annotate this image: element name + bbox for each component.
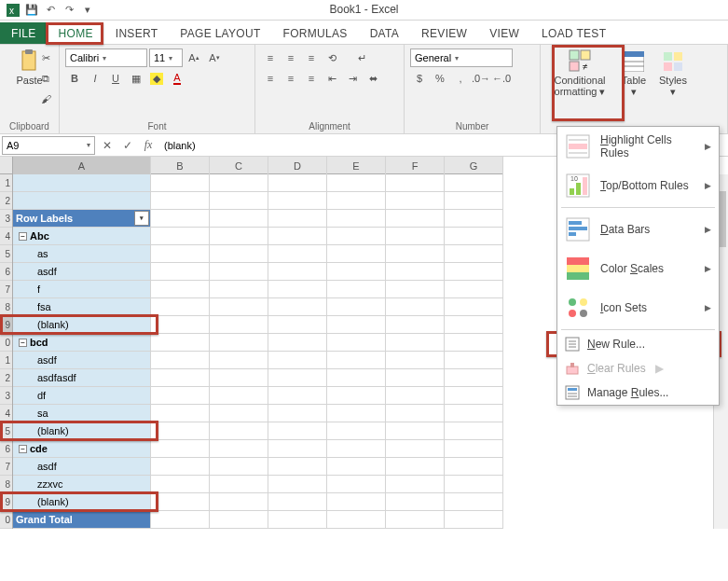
cell[interactable] (445, 298, 503, 316)
cell[interactable]: Grand Total (13, 511, 151, 529)
menu-highlight-cells-rules[interactable]: HHighlight Cells Rulesighlight Cells Rul… (557, 127, 719, 166)
cell[interactable] (268, 334, 327, 352)
cell[interactable] (445, 476, 503, 493)
qat-more-icon[interactable]: ▾ (80, 3, 95, 18)
row-header[interactable]: 4 (0, 228, 12, 245)
name-box[interactable]: A9▾ (2, 136, 95, 155)
collapse-icon[interactable]: − (19, 445, 27, 453)
cell[interactable] (386, 245, 445, 263)
menu-color-scales[interactable]: Color Scales ▶ (557, 249, 719, 288)
cell[interactable] (386, 334, 445, 352)
cell[interactable]: (blank) (13, 493, 151, 511)
cut-icon[interactable]: ✂ (36, 48, 55, 67)
cell[interactable] (268, 440, 327, 458)
cell[interactable] (386, 476, 445, 493)
menu-data-bars[interactable]: Data Bars ▶ (557, 210, 719, 249)
cell[interactable] (386, 458, 445, 476)
cell[interactable] (151, 440, 210, 458)
cell[interactable] (151, 281, 210, 298)
select-all-button[interactable] (0, 157, 13, 174)
align-top-icon[interactable]: ≡ (261, 48, 280, 67)
cell[interactable] (151, 493, 210, 511)
cell[interactable] (327, 210, 386, 228)
row-header[interactable]: 3 (0, 387, 12, 405)
italic-button[interactable]: I (86, 69, 104, 88)
cell[interactable]: sa (13, 405, 151, 422)
cell[interactable] (386, 316, 445, 334)
menu-clear-rules[interactable]: Clear Rules ▶ (557, 356, 719, 380)
cell[interactable]: asdf (13, 352, 151, 369)
menu-new-rule[interactable]: New Rule... (557, 332, 719, 356)
cell-styles-button[interactable]: Styles▾ (654, 48, 692, 116)
tab-load-test[interactable]: LOAD TEST (530, 22, 617, 44)
redo-icon[interactable]: ↷ (62, 3, 76, 18)
bold-button[interactable]: B (65, 69, 84, 88)
cell[interactable] (268, 493, 327, 511)
cell[interactable] (210, 281, 268, 298)
cell[interactable] (327, 352, 386, 369)
row-header[interactable]: 5 (0, 245, 12, 263)
tab-insert[interactable]: INSERT (104, 22, 170, 44)
conditional-formatting-button[interactable]: ≠ Conditional ormatting ▾ (546, 48, 613, 116)
orientation-icon[interactable]: ⟲ (323, 48, 341, 67)
row-header[interactable]: 7 (0, 281, 12, 298)
cell[interactable] (327, 387, 386, 405)
cell[interactable] (386, 352, 445, 369)
cell[interactable] (327, 245, 386, 263)
cell[interactable] (445, 440, 503, 458)
cell[interactable] (210, 493, 268, 511)
cell[interactable] (210, 422, 268, 440)
cell[interactable] (13, 192, 151, 210)
cell[interactable] (445, 352, 503, 369)
menu-icon-sets[interactable]: Icon Sets ▶ (557, 288, 719, 327)
cell[interactable] (327, 458, 386, 476)
row-header[interactable]: 1 (0, 352, 12, 369)
row-header[interactable]: 6 (0, 440, 12, 458)
cell[interactable] (151, 334, 210, 352)
cell[interactable] (386, 440, 445, 458)
row-header[interactable]: 3 (0, 210, 12, 228)
cell[interactable] (445, 405, 503, 422)
tab-view[interactable]: VIEW (478, 22, 530, 44)
cell[interactable] (268, 458, 327, 476)
font-name-combo[interactable]: Calibri▾ (65, 48, 147, 67)
cell[interactable]: f (13, 281, 151, 298)
cell[interactable] (268, 352, 327, 369)
cell[interactable] (445, 511, 503, 529)
cell[interactable] (386, 493, 445, 511)
insert-function-icon[interactable]: fx (138, 135, 158, 156)
cell[interactable] (268, 263, 327, 281)
col-header-F[interactable]: F (386, 157, 445, 174)
cell[interactable] (268, 210, 327, 228)
cell[interactable] (210, 387, 268, 405)
fill-color-button[interactable]: ◆ (147, 69, 166, 88)
row-header[interactable]: 2 (0, 192, 12, 210)
cell[interactable] (386, 210, 445, 228)
cell[interactable] (386, 369, 445, 387)
menu-manage-rules[interactable]: Manage Rules... (557, 380, 719, 405)
tab-formulas[interactable]: FORMULAS (272, 22, 359, 44)
cell[interactable] (210, 298, 268, 316)
cell[interactable] (327, 281, 386, 298)
cell[interactable] (151, 316, 210, 334)
cell[interactable] (210, 228, 268, 245)
cell[interactable] (210, 458, 268, 476)
cell[interactable] (327, 493, 386, 511)
cell[interactable] (210, 174, 268, 192)
cell[interactable] (386, 281, 445, 298)
cell[interactable] (268, 245, 327, 263)
percent-format-icon[interactable]: % (431, 69, 449, 88)
cell[interactable] (268, 281, 327, 298)
cell[interactable] (151, 210, 210, 228)
increase-decimal-icon[interactable]: .0→ (472, 69, 490, 88)
cell[interactable] (445, 493, 503, 511)
cell[interactable] (151, 458, 210, 476)
undo-icon[interactable]: ↶ (43, 3, 58, 18)
merge-center-icon[interactable]: ⬌ (364, 69, 382, 88)
cell[interactable] (151, 174, 210, 192)
cell[interactable] (445, 263, 503, 281)
cell[interactable] (445, 245, 503, 263)
row-header[interactable]: 8 (0, 298, 12, 316)
copy-icon[interactable]: ⧉ (36, 69, 55, 88)
cell[interactable] (268, 476, 327, 493)
